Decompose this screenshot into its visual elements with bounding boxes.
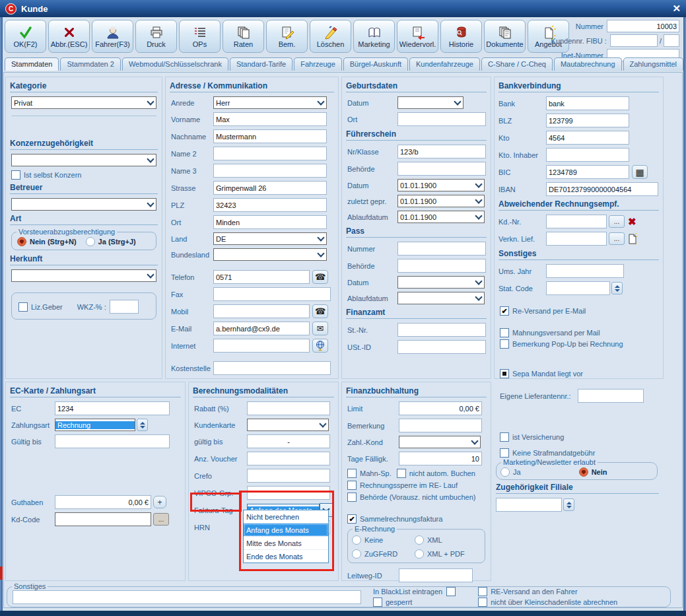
- pass-nummer-field[interactable]: [397, 242, 486, 256]
- raten-button[interactable]: Raten: [223, 20, 264, 53]
- land-select[interactable]: DE: [213, 232, 327, 245]
- kostenstelle-field[interactable]: [213, 361, 331, 375]
- ok-button[interactable]: OK(F2): [5, 20, 46, 53]
- kleinschaden-checkbox[interactable]: [478, 598, 487, 607]
- iban-field[interactable]: [546, 182, 658, 196]
- phone-icon[interactable]: ☎: [312, 304, 328, 318]
- gueltig-bis-field[interactable]: [55, 434, 170, 448]
- gesperrt-checkbox[interactable]: [373, 598, 382, 607]
- nr-klasse-field[interactable]: [397, 145, 486, 158]
- fahrer-button[interactable]: Fahrer(F3): [92, 20, 133, 53]
- bemerkung-button[interactable]: Bem.: [266, 20, 308, 53]
- druck-button[interactable]: Druck: [135, 20, 177, 53]
- konzern-select[interactable]: [11, 154, 156, 166]
- zahlungsart-spinner[interactable]: [137, 419, 148, 431]
- kategorie-select[interactable]: Privat: [11, 96, 156, 109]
- vipco-field[interactable]: [247, 486, 330, 500]
- kd-code-field[interactable]: [55, 512, 151, 526]
- anz-voucher-field[interactable]: [247, 452, 330, 465]
- tab-stammdaten[interactable]: Stammdaten: [5, 57, 59, 71]
- erechnung-zugferd-radio[interactable]: [352, 549, 361, 559]
- name2-field[interactable]: [213, 147, 327, 160]
- fs-behoerde-field[interactable]: [397, 162, 486, 176]
- tab-zahlungsmittel[interactable]: Zahlungsmittel: [623, 57, 684, 71]
- qr-icon[interactable]: ▦: [632, 165, 648, 179]
- zuletzt-gepr-select[interactable]: 01.01.1900: [397, 195, 485, 207]
- behoerde-umbuchen-checkbox[interactable]: [347, 493, 357, 502]
- newsletter-nein-radio[interactable]: [579, 467, 588, 477]
- wkz-field[interactable]: [110, 300, 139, 314]
- blz-field[interactable]: [546, 114, 629, 127]
- faktura-option-anfang[interactable]: Anfang des Monats: [244, 524, 328, 537]
- guthaben-add-button[interactable]: +: [153, 496, 166, 508]
- filiale-spinner[interactable]: [563, 498, 574, 511]
- dokumente-button[interactable]: Dokumente: [484, 20, 526, 53]
- lizgeber-checkbox[interactable]: [18, 302, 28, 312]
- mahn-sp-checkbox[interactable]: [347, 469, 357, 478]
- kk-gueltig-field[interactable]: [247, 434, 330, 448]
- mahnungsversand-checkbox[interactable]: [500, 328, 509, 337]
- stat-code-spinner[interactable]: [611, 282, 623, 294]
- ja-radio[interactable]: [86, 237, 95, 246]
- nicht-autom-checkbox[interactable]: [397, 469, 406, 478]
- historie-button[interactable]: Historie: [440, 20, 482, 53]
- betreuer-select[interactable]: [11, 198, 156, 211]
- re-versand-checkbox[interactable]: [500, 306, 509, 316]
- zahlungsart-select[interactable]: Rechnung: [55, 419, 135, 431]
- leitweg-field[interactable]: [399, 568, 473, 582]
- tab-stammdaten-2[interactable]: Stammdaten 2: [60, 57, 121, 71]
- erechnung-keine-radio[interactable]: [352, 535, 361, 545]
- nummer-field[interactable]: [607, 20, 679, 32]
- fibu-bemerkung-field[interactable]: [399, 419, 482, 432]
- erechnung-xml-radio[interactable]: [415, 535, 424, 545]
- geburt-datum-select[interactable]: [397, 96, 463, 109]
- re-versand-fahrer-checkbox[interactable]: [478, 587, 487, 596]
- tab-webmodul[interactable]: Webmodul/Schlüsselschrank: [122, 57, 228, 71]
- tab-fahrzeuge[interactable]: Fahrzeuge: [294, 57, 342, 71]
- mail-icon[interactable]: ✉: [312, 322, 328, 335]
- fs-datum-select[interactable]: 01.01.1900: [397, 179, 485, 191]
- tab-mautabrechnung[interactable]: Mautabrechnung: [554, 57, 622, 71]
- kd-code-browse-button[interactable]: ...: [153, 513, 169, 526]
- faktura-option-mitte[interactable]: Mitte des Monats: [244, 537, 328, 550]
- bottom-sonstiges-field[interactable]: [13, 590, 361, 604]
- pass-behoerde-field[interactable]: [397, 259, 486, 273]
- ort-field[interactable]: [213, 215, 327, 229]
- wiedervorlage-button[interactable]: Wiedervorl.: [397, 20, 438, 53]
- filiale-field[interactable]: [496, 498, 562, 512]
- kdnr-field[interactable]: [546, 215, 607, 228]
- popup-checkbox[interactable]: [500, 339, 509, 349]
- fibu-field[interactable]: [610, 34, 658, 47]
- tage-faelligk-field[interactable]: [399, 452, 482, 465]
- strasse-field[interactable]: [213, 181, 327, 195]
- kundenkarte-select[interactable]: [247, 419, 329, 431]
- telefon-field[interactable]: [213, 270, 310, 284]
- bundesland-select[interactable]: [213, 248, 327, 261]
- ist-selbst-konzern-checkbox[interactable]: [11, 170, 20, 180]
- bank-field[interactable]: [546, 96, 629, 110]
- ustid-field[interactable]: [397, 340, 486, 354]
- ist-versicherung-checkbox[interactable]: [500, 432, 509, 442]
- keine-strafmandat-checkbox[interactable]: [500, 448, 509, 458]
- eigene-lieferantennr-field[interactable]: [578, 389, 644, 403]
- bic-field[interactable]: [546, 165, 629, 179]
- cancel-button[interactable]: Abbr.(ESC): [48, 20, 90, 53]
- rechnungssperre-checkbox[interactable]: [347, 481, 357, 490]
- kdnr-browse-button[interactable]: ...: [609, 215, 625, 228]
- limit-field[interactable]: [399, 401, 482, 415]
- tab-standard-tarife[interactable]: Standard-Tarife: [230, 57, 292, 71]
- plz-field[interactable]: [213, 198, 327, 212]
- tab-kundenfahrzeuge[interactable]: Kundenfahrzeuge: [409, 57, 480, 71]
- marketing-button[interactable]: Marketing: [353, 20, 395, 53]
- zahl-kond-select[interactable]: [399, 436, 481, 448]
- mobil-field[interactable]: [213, 304, 310, 318]
- vorname-field[interactable]: [213, 112, 327, 126]
- blacklist-checkbox[interactable]: [446, 587, 456, 596]
- faktura-option-ende[interactable]: Ende des Monats: [244, 550, 328, 563]
- sammelrechnung-checkbox[interactable]: [347, 514, 357, 524]
- internet-field[interactable]: [213, 339, 310, 353]
- anrede-select[interactable]: Herr: [213, 96, 327, 109]
- herkunft-select[interactable]: [11, 269, 156, 282]
- email-field[interactable]: [213, 322, 310, 335]
- ec-field[interactable]: [55, 401, 170, 415]
